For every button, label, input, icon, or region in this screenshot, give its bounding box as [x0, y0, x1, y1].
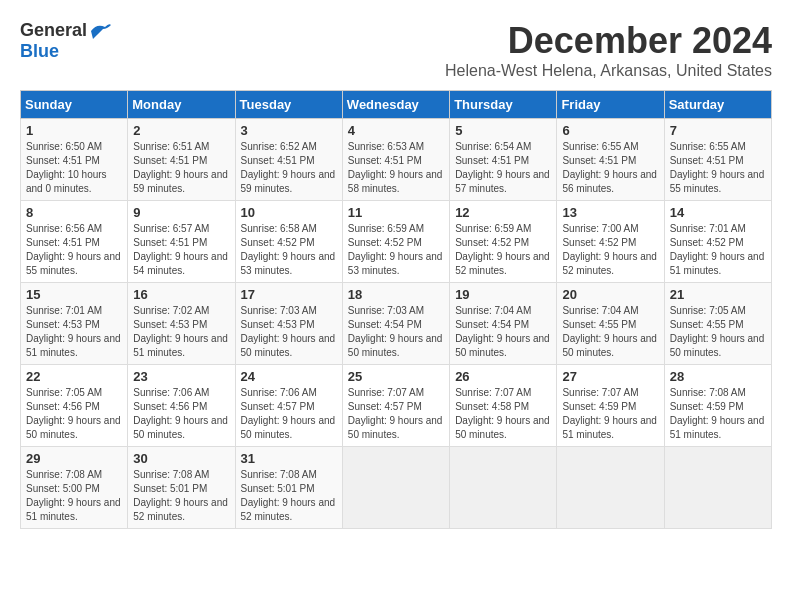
logo-general-text: General	[20, 20, 87, 41]
day-number: 14	[670, 205, 766, 220]
day-number: 25	[348, 369, 444, 384]
calendar-cell: 3 Sunrise: 6:52 AMSunset: 4:51 PMDayligh…	[235, 119, 342, 201]
day-number: 12	[455, 205, 551, 220]
day-number: 21	[670, 287, 766, 302]
day-number: 2	[133, 123, 229, 138]
day-number: 18	[348, 287, 444, 302]
day-number: 13	[562, 205, 658, 220]
calendar-cell: 15 Sunrise: 7:01 AMSunset: 4:53 PMDaylig…	[21, 283, 128, 365]
calendar-cell: 30 Sunrise: 7:08 AMSunset: 5:01 PMDaylig…	[128, 447, 235, 529]
day-number: 29	[26, 451, 122, 466]
calendar-cell: 7 Sunrise: 6:55 AMSunset: 4:51 PMDayligh…	[664, 119, 771, 201]
day-number: 28	[670, 369, 766, 384]
calendar-cell: 23 Sunrise: 7:06 AMSunset: 4:56 PMDaylig…	[128, 365, 235, 447]
calendar-week-5: 29 Sunrise: 7:08 AMSunset: 5:00 PMDaylig…	[21, 447, 772, 529]
calendar-cell: 31 Sunrise: 7:08 AMSunset: 5:01 PMDaylig…	[235, 447, 342, 529]
day-info: Sunrise: 7:01 AMSunset: 4:53 PMDaylight:…	[26, 305, 121, 358]
day-number: 4	[348, 123, 444, 138]
weekday-header-wednesday: Wednesday	[342, 91, 449, 119]
day-number: 15	[26, 287, 122, 302]
day-info: Sunrise: 6:53 AMSunset: 4:51 PMDaylight:…	[348, 141, 443, 194]
calendar-week-1: 1 Sunrise: 6:50 AMSunset: 4:51 PMDayligh…	[21, 119, 772, 201]
weekday-header-thursday: Thursday	[450, 91, 557, 119]
day-info: Sunrise: 6:59 AMSunset: 4:52 PMDaylight:…	[455, 223, 550, 276]
calendar-cell: 26 Sunrise: 7:07 AMSunset: 4:58 PMDaylig…	[450, 365, 557, 447]
calendar-cell: 9 Sunrise: 6:57 AMSunset: 4:51 PMDayligh…	[128, 201, 235, 283]
calendar-cell: 21 Sunrise: 7:05 AMSunset: 4:55 PMDaylig…	[664, 283, 771, 365]
day-info: Sunrise: 6:55 AMSunset: 4:51 PMDaylight:…	[562, 141, 657, 194]
calendar-cell: 16 Sunrise: 7:02 AMSunset: 4:53 PMDaylig…	[128, 283, 235, 365]
weekday-header-friday: Friday	[557, 91, 664, 119]
calendar-cell: 8 Sunrise: 6:56 AMSunset: 4:51 PMDayligh…	[21, 201, 128, 283]
day-number: 7	[670, 123, 766, 138]
day-info: Sunrise: 7:08 AMSunset: 5:00 PMDaylight:…	[26, 469, 121, 522]
day-info: Sunrise: 7:07 AMSunset: 4:58 PMDaylight:…	[455, 387, 550, 440]
weekday-header-tuesday: Tuesday	[235, 91, 342, 119]
day-info: Sunrise: 7:03 AMSunset: 4:54 PMDaylight:…	[348, 305, 443, 358]
header: General Blue December 2024 Helena-West H…	[20, 20, 772, 80]
logo: General Blue	[20, 20, 113, 62]
calendar-cell: 14 Sunrise: 7:01 AMSunset: 4:52 PMDaylig…	[664, 201, 771, 283]
day-number: 24	[241, 369, 337, 384]
day-info: Sunrise: 7:06 AMSunset: 4:57 PMDaylight:…	[241, 387, 336, 440]
location-title: Helena-West Helena, Arkansas, United Sta…	[445, 62, 772, 80]
calendar-cell: 24 Sunrise: 7:06 AMSunset: 4:57 PMDaylig…	[235, 365, 342, 447]
logo-blue-text: Blue	[20, 41, 59, 62]
day-info: Sunrise: 7:02 AMSunset: 4:53 PMDaylight:…	[133, 305, 228, 358]
day-number: 10	[241, 205, 337, 220]
day-info: Sunrise: 6:59 AMSunset: 4:52 PMDaylight:…	[348, 223, 443, 276]
day-number: 22	[26, 369, 122, 384]
day-info: Sunrise: 7:00 AMSunset: 4:52 PMDaylight:…	[562, 223, 657, 276]
day-number: 6	[562, 123, 658, 138]
calendar-cell: 22 Sunrise: 7:05 AMSunset: 4:56 PMDaylig…	[21, 365, 128, 447]
calendar-cell: 28 Sunrise: 7:08 AMSunset: 4:59 PMDaylig…	[664, 365, 771, 447]
day-info: Sunrise: 6:55 AMSunset: 4:51 PMDaylight:…	[670, 141, 765, 194]
day-info: Sunrise: 7:05 AMSunset: 4:55 PMDaylight:…	[670, 305, 765, 358]
day-info: Sunrise: 7:08 AMSunset: 5:01 PMDaylight:…	[241, 469, 336, 522]
calendar-week-3: 15 Sunrise: 7:01 AMSunset: 4:53 PMDaylig…	[21, 283, 772, 365]
day-info: Sunrise: 7:04 AMSunset: 4:55 PMDaylight:…	[562, 305, 657, 358]
title-area: December 2024 Helena-West Helena, Arkans…	[445, 20, 772, 80]
day-info: Sunrise: 7:08 AMSunset: 5:01 PMDaylight:…	[133, 469, 228, 522]
day-info: Sunrise: 7:07 AMSunset: 4:57 PMDaylight:…	[348, 387, 443, 440]
calendar-cell: 25 Sunrise: 7:07 AMSunset: 4:57 PMDaylig…	[342, 365, 449, 447]
day-info: Sunrise: 7:01 AMSunset: 4:52 PMDaylight:…	[670, 223, 765, 276]
calendar-cell: 27 Sunrise: 7:07 AMSunset: 4:59 PMDaylig…	[557, 365, 664, 447]
day-info: Sunrise: 7:04 AMSunset: 4:54 PMDaylight:…	[455, 305, 550, 358]
calendar-cell: 29 Sunrise: 7:08 AMSunset: 5:00 PMDaylig…	[21, 447, 128, 529]
calendar-cell: 6 Sunrise: 6:55 AMSunset: 4:51 PMDayligh…	[557, 119, 664, 201]
calendar-cell	[664, 447, 771, 529]
day-number: 19	[455, 287, 551, 302]
day-info: Sunrise: 7:05 AMSunset: 4:56 PMDaylight:…	[26, 387, 121, 440]
weekday-header-monday: Monday	[128, 91, 235, 119]
logo-bird-icon	[89, 21, 113, 41]
calendar-cell: 20 Sunrise: 7:04 AMSunset: 4:55 PMDaylig…	[557, 283, 664, 365]
calendar-cell: 18 Sunrise: 7:03 AMSunset: 4:54 PMDaylig…	[342, 283, 449, 365]
calendar-cell: 4 Sunrise: 6:53 AMSunset: 4:51 PMDayligh…	[342, 119, 449, 201]
day-number: 20	[562, 287, 658, 302]
day-number: 26	[455, 369, 551, 384]
day-info: Sunrise: 6:54 AMSunset: 4:51 PMDaylight:…	[455, 141, 550, 194]
day-info: Sunrise: 6:52 AMSunset: 4:51 PMDaylight:…	[241, 141, 336, 194]
day-number: 3	[241, 123, 337, 138]
day-info: Sunrise: 6:50 AMSunset: 4:51 PMDaylight:…	[26, 141, 107, 194]
calendar-cell: 10 Sunrise: 6:58 AMSunset: 4:52 PMDaylig…	[235, 201, 342, 283]
day-info: Sunrise: 7:07 AMSunset: 4:59 PMDaylight:…	[562, 387, 657, 440]
calendar-cell: 5 Sunrise: 6:54 AMSunset: 4:51 PMDayligh…	[450, 119, 557, 201]
calendar-week-2: 8 Sunrise: 6:56 AMSunset: 4:51 PMDayligh…	[21, 201, 772, 283]
day-number: 31	[241, 451, 337, 466]
day-number: 8	[26, 205, 122, 220]
calendar-cell: 1 Sunrise: 6:50 AMSunset: 4:51 PMDayligh…	[21, 119, 128, 201]
calendar-cell: 17 Sunrise: 7:03 AMSunset: 4:53 PMDaylig…	[235, 283, 342, 365]
day-number: 1	[26, 123, 122, 138]
calendar-cell: 12 Sunrise: 6:59 AMSunset: 4:52 PMDaylig…	[450, 201, 557, 283]
calendar-cell: 11 Sunrise: 6:59 AMSunset: 4:52 PMDaylig…	[342, 201, 449, 283]
weekday-header-row: SundayMondayTuesdayWednesdayThursdayFrid…	[21, 91, 772, 119]
day-info: Sunrise: 7:08 AMSunset: 4:59 PMDaylight:…	[670, 387, 765, 440]
calendar-week-4: 22 Sunrise: 7:05 AMSunset: 4:56 PMDaylig…	[21, 365, 772, 447]
day-info: Sunrise: 6:56 AMSunset: 4:51 PMDaylight:…	[26, 223, 121, 276]
day-info: Sunrise: 6:58 AMSunset: 4:52 PMDaylight:…	[241, 223, 336, 276]
day-number: 16	[133, 287, 229, 302]
month-title: December 2024	[445, 20, 772, 62]
calendar-table: SundayMondayTuesdayWednesdayThursdayFrid…	[20, 90, 772, 529]
